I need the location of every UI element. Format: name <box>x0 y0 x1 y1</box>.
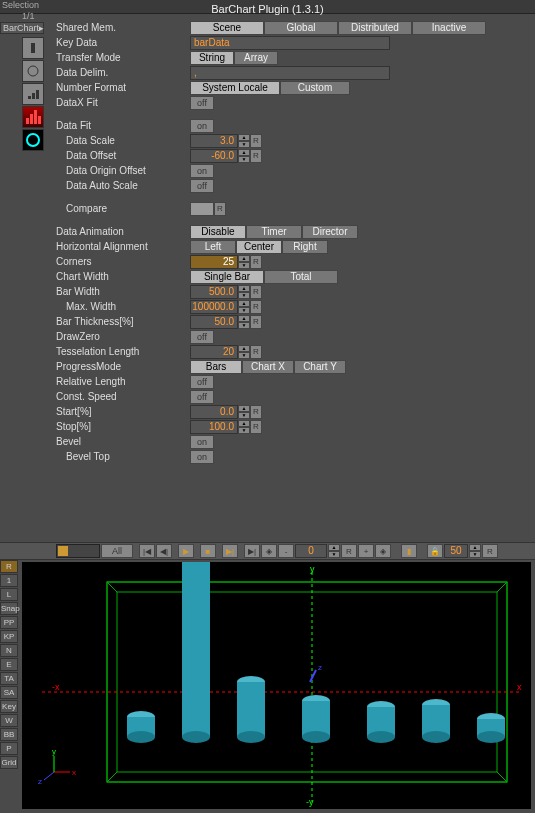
side-ta[interactable]: TA <box>0 672 18 685</box>
corners-spinner[interactable]: ▲▼ <box>238 255 250 269</box>
tool-icon-3[interactable] <box>22 83 44 105</box>
data-offset-spinner[interactable]: ▲▼ <box>238 149 250 163</box>
key-data-input[interactable] <box>190 36 390 50</box>
data-offset-input[interactable] <box>190 149 238 163</box>
tool-icon-ring[interactable] <box>22 129 44 151</box>
start-reset[interactable]: R <box>250 405 262 419</box>
side-e[interactable]: E <box>0 658 18 671</box>
side-p[interactable]: P <box>0 742 18 755</box>
key-next-icon[interactable]: ◈ <box>375 544 391 558</box>
minus-icon[interactable]: - <box>278 544 294 558</box>
corners-input[interactable] <box>190 255 238 269</box>
side-snap[interactable]: Snap <box>0 602 18 615</box>
side-pp[interactable]: PP <box>0 616 18 629</box>
compare-swatch[interactable] <box>190 202 214 216</box>
side-key[interactable]: Key <box>0 700 18 713</box>
stop-spinner[interactable]: ▲▼ <box>238 420 250 434</box>
tab-barchart[interactable]: BarChart▸ <box>0 22 44 34</box>
side-bb[interactable]: BB <box>0 728 18 741</box>
draw-zero-toggle[interactable]: off <box>190 330 214 344</box>
datax-fit-label: DataX Fit <box>56 97 190 108</box>
data-origin-toggle[interactable]: on <box>190 164 214 178</box>
bevel-toggle[interactable]: on <box>190 435 214 449</box>
bar-thick-reset[interactable]: R <box>250 315 262 329</box>
tool-icon-2[interactable] <box>22 60 44 82</box>
bar-thick-input[interactable] <box>190 315 238 329</box>
play-icon[interactable]: ▶ <box>178 544 194 558</box>
bar-width-spinner[interactable]: ▲▼ <box>238 285 250 299</box>
tess-len-reset[interactable]: R <box>250 345 262 359</box>
data-delim-label: Data Delim. <box>56 67 190 78</box>
tool-icon-bars[interactable] <box>22 106 44 128</box>
max-width-input[interactable] <box>190 300 238 314</box>
svg-line-19 <box>310 670 316 682</box>
timeline-frame-spinner[interactable]: ▲▼ <box>328 544 340 558</box>
play-range-icon[interactable]: ▶| <box>222 544 238 558</box>
plus-icon[interactable]: + <box>358 544 374 558</box>
svg-point-35 <box>367 731 395 743</box>
go-start-icon[interactable]: |◀ <box>139 544 155 558</box>
data-offset-reset[interactable]: R <box>250 149 262 163</box>
svg-point-38 <box>422 731 450 743</box>
side-kp[interactable]: KP <box>0 630 18 643</box>
tool-icon-1[interactable] <box>22 37 44 59</box>
transfer-mode-label: Transfer Mode <box>56 52 190 63</box>
side-n[interactable]: N <box>0 644 18 657</box>
timeline-end-spinner[interactable]: ▲▼ <box>469 544 481 558</box>
start-input[interactable] <box>190 405 238 419</box>
side-l[interactable]: L <box>0 588 18 601</box>
datax-fit-toggle[interactable]: off <box>190 96 214 110</box>
svg-rect-7 <box>107 582 507 782</box>
viewport-3d[interactable]: -xx y-y z x y z <box>22 562 531 809</box>
timeline-frame[interactable]: 0 <box>295 544 327 558</box>
data-anim-segment[interactable]: DisableTimerDirector <box>190 225 358 239</box>
compare-reset[interactable]: R <box>214 202 226 216</box>
shared-mem-segment[interactable]: SceneGlobalDistributedInactive <box>190 21 486 35</box>
data-auto-toggle[interactable]: off <box>190 179 214 193</box>
svg-point-29 <box>237 731 265 743</box>
side-1[interactable]: 1 <box>0 574 18 587</box>
max-width-spinner[interactable]: ▲▼ <box>238 300 250 314</box>
timeline-slider[interactable] <box>56 544 100 558</box>
corners-reset[interactable]: R <box>250 255 262 269</box>
tess-len-input[interactable] <box>190 345 238 359</box>
start-spinner[interactable]: ▲▼ <box>238 405 250 419</box>
timeline-all-button[interactable]: All <box>101 544 133 558</box>
max-width-reset[interactable]: R <box>250 300 262 314</box>
data-fit-toggle[interactable]: on <box>190 119 214 133</box>
svg-point-23 <box>127 731 155 743</box>
const-speed-toggle[interactable]: off <box>190 390 214 404</box>
bar-width-reset[interactable]: R <box>250 285 262 299</box>
corners-label: Corners <box>56 256 190 267</box>
data-scale-spinner[interactable]: ▲▼ <box>238 134 250 148</box>
h-align-segment[interactable]: LeftCenterRight <box>190 240 328 254</box>
bevel-top-toggle[interactable]: on <box>190 450 214 464</box>
lock-icon[interactable]: 🔒 <box>427 544 443 558</box>
number-format-segment[interactable]: System LocaleCustom <box>190 81 350 95</box>
key-prev-icon[interactable]: ◈ <box>261 544 277 558</box>
step-fwd-icon[interactable]: ▶| <box>244 544 260 558</box>
timeline-end-reset[interactable]: R <box>482 544 498 558</box>
side-sa[interactable]: SA <box>0 686 18 699</box>
stop-reset[interactable]: R <box>250 420 262 434</box>
bar-thick-spinner[interactable]: ▲▼ <box>238 315 250 329</box>
transfer-mode-segment[interactable]: StringArray <box>190 51 278 65</box>
data-delim-input[interactable] <box>190 66 390 80</box>
timeline-end[interactable]: 50 <box>444 544 468 558</box>
bar-width-input[interactable] <box>190 285 238 299</box>
chart-width-segment[interactable]: Single BarTotal <box>190 270 338 284</box>
draw-zero-label: DrawZero <box>56 331 190 342</box>
data-scale-input[interactable] <box>190 134 238 148</box>
step-back-icon[interactable]: ◀| <box>156 544 172 558</box>
prog-mode-segment[interactable]: BarsChart XChart Y <box>190 360 346 374</box>
marker-icon[interactable]: ▮ <box>401 544 417 558</box>
side-w[interactable]: W <box>0 714 18 727</box>
stop-input[interactable] <box>190 420 238 434</box>
reset-icon[interactable]: R <box>341 544 357 558</box>
side-grid[interactable]: Grid <box>0 756 18 769</box>
data-scale-reset[interactable]: R <box>250 134 262 148</box>
tess-len-spinner[interactable]: ▲▼ <box>238 345 250 359</box>
stop-icon[interactable]: ■ <box>200 544 216 558</box>
rel-len-toggle[interactable]: off <box>190 375 214 389</box>
side-r[interactable]: R <box>0 560 18 573</box>
